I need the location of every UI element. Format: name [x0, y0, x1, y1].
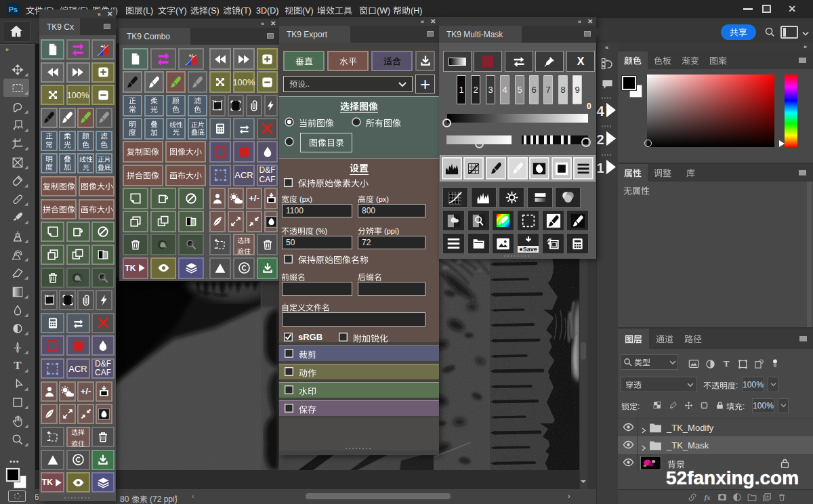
svg-text:+/-: +/-: [101, 43, 107, 49]
svg-text:+/-: +/-: [189, 53, 195, 58]
